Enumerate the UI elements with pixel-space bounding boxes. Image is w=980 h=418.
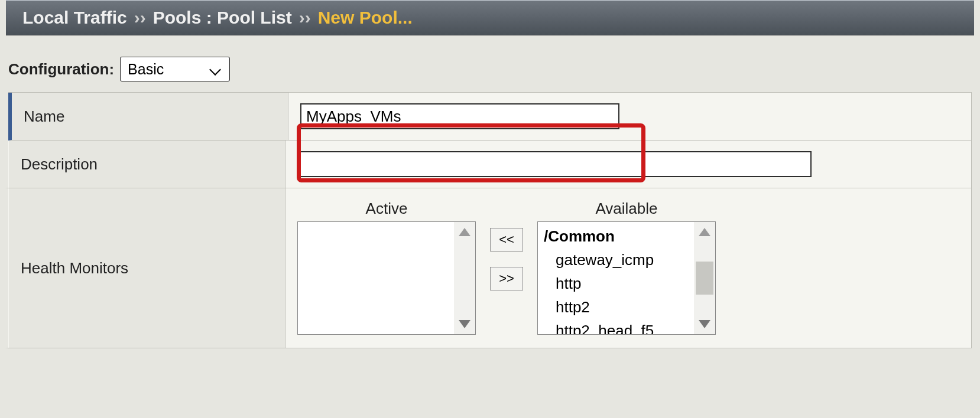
scroll-up-icon[interactable] xyxy=(459,228,470,236)
breadcrumb-sep-1: ›› xyxy=(134,8,146,28)
configuration-row: Configuration: BasicAdvanced xyxy=(0,35,980,92)
hm-active-listbox[interactable] xyxy=(297,221,476,335)
hm-active-title: Active xyxy=(366,200,408,218)
hm-available-item[interactable]: http2_head_f5 xyxy=(543,319,694,334)
breadcrumb-sep-2: ›› xyxy=(299,8,311,28)
scroll-up-icon[interactable] xyxy=(699,228,710,236)
hm-move-buttons: << >> xyxy=(490,228,523,290)
hm-available-item[interactable]: http2 xyxy=(543,295,694,319)
name-value-cell xyxy=(288,93,971,140)
scroll-down-icon[interactable] xyxy=(699,320,710,328)
hm-available-group: /Common xyxy=(543,224,694,248)
move-right-button[interactable]: >> xyxy=(490,267,523,290)
description-label: Description xyxy=(9,141,285,188)
health-monitors-value-cell: Active << >> xyxy=(285,188,971,348)
configuration-select[interactable]: BasicAdvanced xyxy=(120,57,230,81)
hm-available-title: Available xyxy=(595,200,657,218)
move-left-button[interactable]: << xyxy=(490,228,523,252)
breadcrumb-current: New Pool... xyxy=(318,8,413,28)
row-health-monitors: Health Monitors Active xyxy=(5,188,972,348)
scrollbar[interactable] xyxy=(694,222,715,334)
breadcrumb-level-2[interactable]: Pools : Pool List xyxy=(153,8,292,28)
breadcrumb-level-1[interactable]: Local Traffic xyxy=(22,8,127,28)
name-input[interactable] xyxy=(300,103,619,129)
configuration-select-wrap: BasicAdvanced xyxy=(120,57,230,81)
name-label: Name xyxy=(12,93,288,140)
description-value-cell xyxy=(285,141,971,188)
hm-available-item[interactable]: http xyxy=(543,272,694,295)
scroll-down-icon[interactable] xyxy=(459,320,470,328)
breadcrumb: Local Traffic ›› Pools : Pool List ›› Ne… xyxy=(6,0,974,35)
hm-active-column: Active xyxy=(297,200,476,335)
row-name: Name xyxy=(8,93,972,141)
settings-table: Name Description Health Monitors Active xyxy=(8,92,972,348)
scrollbar[interactable] xyxy=(454,222,475,334)
hm-available-item[interactable]: gateway_icmp xyxy=(543,248,694,272)
configuration-label: Configuration: xyxy=(8,60,114,79)
health-monitors-container: Active << >> xyxy=(297,200,716,335)
hm-available-listbox[interactable]: /Commongateway_icmphttphttp2http2_head_f… xyxy=(537,221,716,335)
hm-available-column: Available /Commongateway_icmphttphttp2ht… xyxy=(537,200,716,335)
row-description: Description xyxy=(5,141,972,188)
health-monitors-label: Health Monitors xyxy=(9,188,285,348)
scroll-thumb[interactable] xyxy=(696,262,713,295)
description-input[interactable] xyxy=(297,151,812,177)
